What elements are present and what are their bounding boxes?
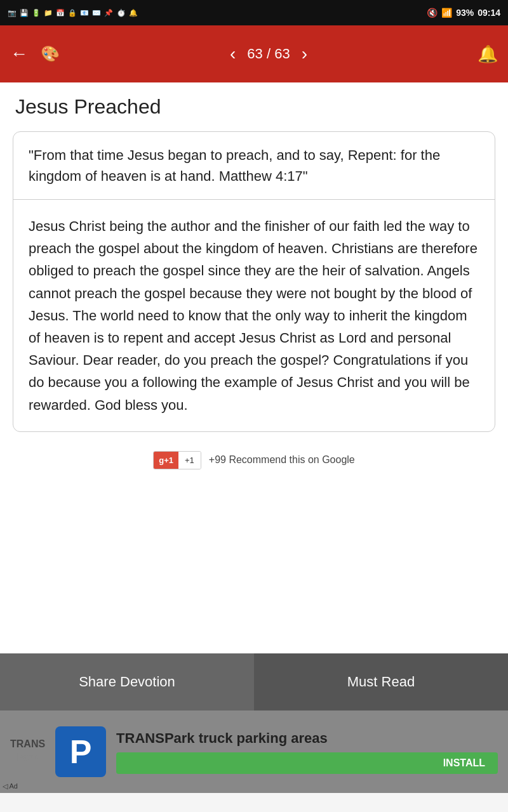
ad-title: TRANSPark truck parking areas — [116, 730, 498, 748]
bell-icon: 🔔 — [478, 44, 498, 63]
ad-banner: TRANS Park P TRANSPark truck parking are… — [0, 710, 508, 793]
ad-p-icon: P — [55, 726, 106, 777]
navigation-controls: ‹ 63 / 63 › — [225, 39, 312, 69]
recommend-text: +99 Recommend this on Google — [209, 454, 355, 466]
battery-level: 93% — [456, 8, 474, 18]
ad-text-section: TRANSPark truck parking areas INSTALL — [116, 730, 498, 775]
mute-icon: 🔇 — [427, 8, 438, 18]
prev-button[interactable]: ‹ — [225, 39, 241, 69]
social-section: g+1 +1 +99 Recommend this on Google — [10, 432, 498, 482]
quote-section: "From that time Jesus began to preach, a… — [13, 132, 495, 200]
ad-install-button[interactable]: INSTALL — [116, 752, 498, 774]
next-button[interactable]: › — [297, 39, 312, 69]
g-plus-icon: g+1 — [154, 452, 178, 469]
share-devotion-button[interactable]: Share Devotion — [0, 653, 254, 710]
g-plus-count: +1 — [178, 452, 201, 469]
google-plus-button[interactable]: g+1 +1 — [153, 451, 201, 469]
body-text: Jesus Christ being the author and the fi… — [29, 215, 479, 416]
ad-label: ◁ Ad — [3, 782, 18, 790]
body-section: Jesus Christ being the author and the fi… — [13, 200, 495, 431]
status-bar: 📷 💾 🔋 📁 📅 🔒 📧 ✉️ 📌 ⏱️ 🔔 🔇 📶 93% 09:14 — [0, 0, 508, 25]
app-bar-left: ← 🎨 — [10, 44, 60, 64]
quote-text: "From that time Jesus began to preach, a… — [29, 145, 479, 187]
app-bar: ← 🎨 ‹ 63 / 63 › 🔔 — [0, 25, 508, 82]
devotion-card: "From that time Jesus began to preach, a… — [13, 131, 495, 432]
back-button[interactable]: ← — [10, 44, 28, 64]
action-buttons: Share Devotion Must Read — [0, 653, 508, 710]
clock: 09:14 — [478, 8, 500, 18]
main-content: Jesus Preached "From that time Jesus beg… — [0, 82, 508, 653]
status-right: 🔇 📶 93% 09:14 — [427, 8, 500, 18]
wifi-icon: 📶 — [441, 8, 452, 18]
trans-text: TRANS — [10, 738, 45, 750]
status-icons: 📷 💾 🔋 📁 📅 🔒 📧 ✉️ 📌 ⏱️ 🔔 — [8, 9, 138, 17]
notification-icons: 📷 💾 🔋 📁 📅 🔒 📧 ✉️ 📌 ⏱️ 🔔 — [8, 9, 138, 17]
park-text: Park — [13, 750, 43, 765]
page-title: Jesus Preached — [10, 95, 498, 119]
transpark-text-logo: TRANS Park — [10, 738, 45, 765]
palette-icon[interactable]: 🎨 — [41, 45, 60, 63]
bell-button-wrapper[interactable]: 🔔 — [478, 44, 498, 64]
must-read-button[interactable]: Must Read — [254, 653, 508, 710]
page-indicator: 63 / 63 — [247, 46, 290, 62]
p-symbol: P — [70, 733, 92, 771]
